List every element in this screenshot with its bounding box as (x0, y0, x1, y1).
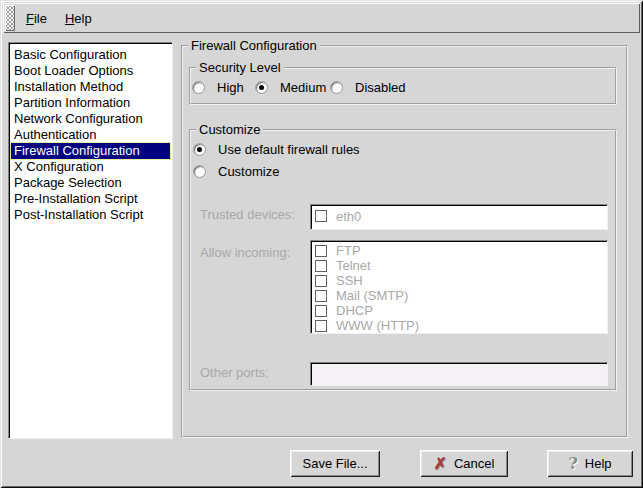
checkbox-label: SSH (336, 273, 363, 288)
checkbox-label: eth0 (336, 209, 361, 224)
checkbox-label: Telnet (336, 258, 371, 273)
allow-incoming-list: FTP Telnet SSH Mail (SMTP) DHCP WWW (HTT… (310, 240, 608, 334)
other-ports-input[interactable] (310, 362, 608, 386)
radio-label: Medium (280, 80, 326, 95)
sidebar-item-pre-installation-script[interactable]: Pre-Installation Script (11, 191, 170, 207)
trusted-device-eth0-row[interactable]: eth0 (315, 207, 607, 225)
allow-incoming-label: Allow incoming: (200, 245, 290, 261)
save-file-button[interactable]: Save File... (290, 450, 380, 477)
radio-icon (330, 81, 343, 94)
trusted-devices-list: eth0 (310, 204, 608, 230)
cancel-x-icon: ✗ (434, 456, 447, 472)
radio-security-high[interactable]: High (192, 80, 244, 95)
help-button[interactable]: ? Help (547, 450, 633, 477)
sidebar-item-installation-method[interactable]: Installation Method (11, 79, 170, 95)
sidebar-item-authentication[interactable]: Authentication (11, 127, 170, 143)
customize-frame-title: Customize (196, 122, 263, 138)
menubar-drag-handle[interactable] (5, 5, 15, 31)
radio-checked-icon (193, 143, 206, 156)
checkbox-icon[interactable] (315, 320, 327, 332)
trusted-devices-label: Trusted devices: (200, 207, 295, 223)
checkbox-icon[interactable] (315, 275, 327, 287)
radio-checked-icon (255, 81, 268, 94)
sidebar-item-boot-loader-options[interactable]: Boot Loader Options (11, 63, 170, 79)
menu-items: File Help (17, 3, 101, 33)
checkbox-icon[interactable] (315, 305, 327, 317)
radio-label: High (217, 80, 244, 95)
save-file-button-label: Save File... (302, 456, 367, 471)
radio-icon (192, 81, 205, 94)
allow-incoming-dhcp-row[interactable]: DHCP (315, 303, 607, 318)
sidebar-item-firewall-configuration[interactable]: Firewall Configuration (11, 143, 170, 159)
checkbox-label: Mail (SMTP) (336, 288, 408, 303)
other-ports-label: Other ports: (200, 365, 269, 381)
category-list: Basic Configuration Boot Loader Options … (8, 42, 173, 439)
menu-bar: File Help (3, 3, 640, 33)
menu-file[interactable]: File (17, 8, 56, 29)
help-question-icon: ? (568, 456, 577, 472)
sidebar-item-network-configuration[interactable]: Network Configuration (11, 111, 170, 127)
checkbox-icon[interactable] (315, 245, 327, 257)
allow-incoming-ssh-row[interactable]: SSH (315, 273, 607, 288)
radio-icon (193, 165, 206, 178)
checkbox-label: WWW (HTTP) (336, 318, 419, 333)
allow-incoming-ftp-row[interactable]: FTP (315, 243, 607, 258)
kickstart-configurator-window: File Help Basic Configuration Boot Loade… (0, 0, 643, 488)
cancel-button[interactable]: ✗ Cancel (420, 450, 508, 477)
radio-customize[interactable]: Customize (193, 164, 279, 179)
checkbox-icon[interactable] (315, 260, 327, 272)
allow-incoming-telnet-row[interactable]: Telnet (315, 258, 607, 273)
sidebar-item-partition-information[interactable]: Partition Information (11, 95, 170, 111)
radio-label: Use default firewall rules (218, 142, 360, 157)
radio-label: Customize (218, 164, 279, 179)
help-button-label: Help (585, 456, 612, 471)
cancel-button-label: Cancel (454, 456, 494, 471)
sidebar-item-x-configuration[interactable]: X Configuration (11, 159, 170, 175)
radio-label: Disabled (355, 80, 406, 95)
sidebar-item-basic-configuration[interactable]: Basic Configuration (11, 47, 170, 63)
allow-incoming-mail-smtp-row[interactable]: Mail (SMTP) (315, 288, 607, 303)
radio-security-disabled[interactable]: Disabled (330, 80, 406, 95)
checkbox-label: FTP (336, 243, 361, 258)
radio-use-default-firewall-rules[interactable]: Use default firewall rules (193, 142, 360, 157)
radio-security-medium[interactable]: Medium (255, 80, 326, 95)
sidebar-item-package-selection[interactable]: Package Selection (11, 175, 170, 191)
security-level-frame-title: Security Level (196, 60, 284, 76)
checkbox-icon[interactable] (315, 210, 327, 222)
checkbox-icon[interactable] (315, 290, 327, 302)
checkbox-label: DHCP (336, 303, 373, 318)
sidebar-item-post-installation-script[interactable]: Post-Installation Script (11, 207, 170, 223)
firewall-configuration-frame-title: Firewall Configuration (188, 38, 320, 54)
menu-help[interactable]: Help (56, 8, 101, 29)
allow-incoming-www-http-row[interactable]: WWW (HTTP) (315, 318, 607, 333)
